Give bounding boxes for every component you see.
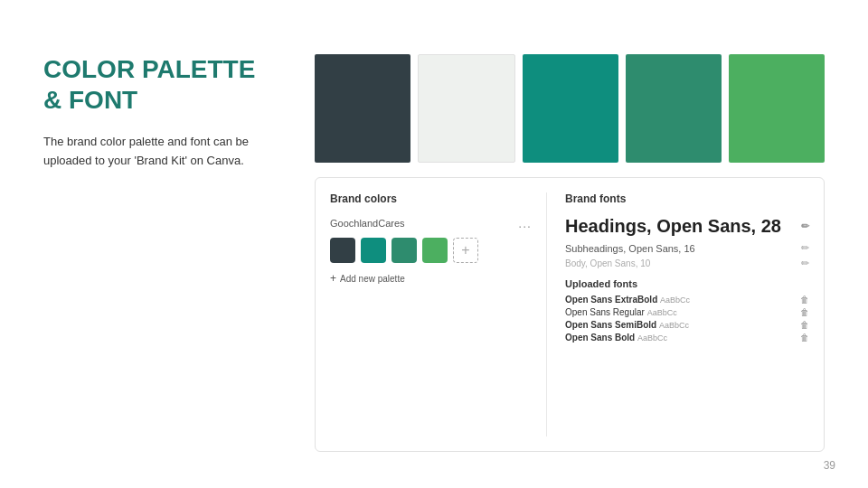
swatch-teal xyxy=(523,54,618,163)
uploaded-font-row-3: Open Sans SemiBold AaBbCc 🗑 xyxy=(565,320,809,330)
uploaded-font-label-2: Open Sans Regular AaBbCc xyxy=(565,307,677,317)
brand-fonts-title: Brand fonts xyxy=(565,192,809,205)
page-number: 39 xyxy=(824,459,835,472)
left-panel: COLOR PALETTE & FONT The brand color pal… xyxy=(43,54,278,452)
subheading-font-row: Subheadings, Open Sans, 16 ✏ xyxy=(565,242,809,254)
add-chip-button[interactable]: + xyxy=(453,238,478,263)
body-font-edit-icon[interactable]: ✏ xyxy=(801,258,809,269)
chip-4[interactable] xyxy=(422,238,448,263)
chip-3[interactable] xyxy=(392,238,417,263)
heading-font-row: Headings, Open Sans, 28 ✏ xyxy=(565,216,809,237)
heading-font-edit-icon[interactable]: ✏ xyxy=(801,221,809,232)
subheading-font-edit-icon[interactable]: ✏ xyxy=(801,242,809,254)
uploaded-font-label-1: Open Sans ExtraBold AaBbCc xyxy=(565,295,690,305)
swatch-green-mid xyxy=(626,54,722,163)
color-chips-row: + xyxy=(330,238,532,263)
palette-dots-menu[interactable]: ... xyxy=(518,216,532,230)
chip-2[interactable] xyxy=(361,238,386,263)
color-swatches xyxy=(315,54,825,163)
uploaded-font-label-3: Open Sans SemiBold AaBbCc xyxy=(565,320,689,330)
delete-font-1-icon[interactable]: 🗑 xyxy=(800,295,809,305)
uploaded-font-row-2: Open Sans Regular AaBbCc 🗑 xyxy=(565,307,809,317)
page-title: COLOR PALETTE & FONT xyxy=(43,54,278,115)
swatch-off-white xyxy=(418,54,515,163)
swatch-dark-slate xyxy=(315,54,410,163)
right-panel: Brand colors GoochlandCares ... + + Add … xyxy=(315,54,825,452)
palette-name-row: GoochlandCares ... xyxy=(330,216,532,230)
chip-1[interactable] xyxy=(330,238,355,263)
add-palette-plus-icon: + xyxy=(330,272,336,285)
page-container: COLOR PALETTE & FONT The brand color pal… xyxy=(0,0,868,488)
page-description: The brand color palette and font can be … xyxy=(43,133,278,171)
palette-name: GoochlandCares xyxy=(330,218,405,229)
body-font-label: Body, Open Sans, 10 xyxy=(565,258,650,268)
brand-colors-title: Brand colors xyxy=(330,192,532,205)
body-font-row: Body, Open Sans, 10 ✏ xyxy=(565,258,809,269)
brand-colors-section: Brand colors GoochlandCares ... + + Add … xyxy=(330,192,547,436)
subheading-font-label: Subheadings, Open Sans, 16 xyxy=(565,243,695,254)
uploaded-font-row-1: Open Sans ExtraBold AaBbCc 🗑 xyxy=(565,295,809,305)
delete-font-4-icon[interactable]: 🗑 xyxy=(800,333,809,343)
uploaded-font-label-4: Open Sans Bold AaBbCc xyxy=(565,333,667,343)
uploaded-font-row-4: Open Sans Bold AaBbCc 🗑 xyxy=(565,333,809,343)
delete-font-2-icon[interactable]: 🗑 xyxy=(800,307,809,317)
delete-font-3-icon[interactable]: 🗑 xyxy=(800,320,809,330)
uploaded-fonts-title: Uploaded fonts xyxy=(565,278,809,289)
add-palette-button[interactable]: + Add new palette xyxy=(330,272,532,285)
swatch-green-light xyxy=(729,54,825,163)
brand-kit-panel: Brand colors GoochlandCares ... + + Add … xyxy=(315,177,825,452)
brand-fonts-section: Brand fonts Headings, Open Sans, 28 ✏ Su… xyxy=(547,192,809,436)
